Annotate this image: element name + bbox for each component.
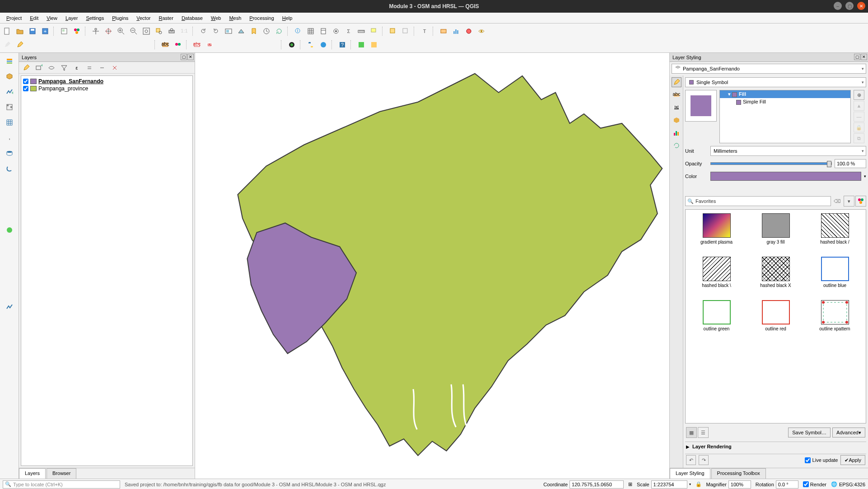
add-wfs-layer-button[interactable] — [3, 270, 16, 282]
style-item-hashed-black-x[interactable]: hashed black X — [748, 257, 803, 294]
tab-browser[interactable]: Browser — [47, 468, 76, 479]
text-annotation-button[interactable]: T — [419, 26, 430, 37]
zoom-out-button[interactable] — [128, 26, 139, 37]
tab-processing-toolbox[interactable]: Processing Toolbox — [711, 468, 766, 479]
zoom-full-button[interactable] — [141, 26, 152, 37]
statistics-button[interactable]: Σ — [343, 26, 354, 37]
temporal-controller-button[interactable] — [261, 26, 272, 37]
zoom-last-button[interactable] — [198, 26, 209, 37]
extents-icon[interactable]: ⊞ — [628, 481, 632, 487]
new-bookmark-button[interactable] — [248, 26, 259, 37]
menu-vector[interactable]: Vector — [133, 14, 154, 22]
layer-row-province[interactable]: Pampanga_province — [23, 85, 191, 92]
labels-tab-button[interactable]: abc — [672, 90, 681, 100]
layers-detach-button[interactable]: ▢ — [181, 54, 187, 60]
open-attr-table-button[interactable] — [305, 26, 316, 37]
add-postgis-button[interactable] — [3, 147, 16, 160]
identify-button[interactable]: i — [293, 26, 303, 37]
add-ams-layer-button[interactable] — [3, 301, 16, 313]
style-favorites-grid[interactable]: gradient plasma gray 3 fill hashed black… — [685, 209, 866, 423]
diagrams-button[interactable] — [451, 26, 462, 37]
copy-features-button[interactable] — [103, 39, 114, 50]
menu-mesh[interactable]: Mesh — [225, 14, 245, 22]
symbology-tab-button[interactable] — [672, 77, 681, 87]
layer-visibility-button[interactable] — [476, 26, 487, 37]
undo-button[interactable] — [128, 39, 139, 50]
map-canvas[interactable] — [195, 53, 669, 479]
layer-name-label[interactable]: Pampanga_SanFernando — [38, 78, 103, 85]
show-hide-labels-button[interactable] — [217, 39, 228, 50]
add-xyz-layer-button[interactable] — [3, 239, 16, 252]
style-item-hashed-black-back[interactable]: hashed black \ — [689, 257, 744, 294]
color-button[interactable] — [710, 172, 861, 181]
save-as-button[interactable]: + — [40, 26, 51, 37]
manage-map-themes-button[interactable] — [46, 62, 57, 73]
open-project-button[interactable] — [14, 26, 25, 37]
magnifier-spinbox[interactable]: 100% — [728, 480, 751, 489]
remove-layer-button[interactable] — [109, 62, 120, 73]
menu-edit[interactable]: Edit — [26, 14, 42, 22]
zoom-native-button[interactable]: 1:1 — [179, 26, 190, 37]
add-oracle-button[interactable] — [3, 193, 16, 206]
pin-labels-button[interactable]: abc — [204, 39, 215, 50]
render-checkbox[interactable] — [803, 481, 809, 487]
style-item-hashed-black-fwd[interactable]: hashed black / — [807, 213, 862, 250]
change-label-button[interactable] — [255, 39, 266, 50]
styling-close-button[interactable]: ✕ — [861, 54, 867, 60]
apply-button[interactable]: ✔ Apply — [840, 455, 865, 465]
3d-view-tab-button[interactable] — [672, 115, 681, 125]
menu-plugins[interactable]: Plugins — [108, 14, 132, 22]
unit-combo[interactable]: Millimeters ▾ — [710, 146, 866, 156]
new-project-button[interactable] — [2, 26, 13, 37]
layer-styling-toggle-button[interactable] — [21, 62, 32, 73]
zoom-in-button[interactable] — [116, 26, 126, 37]
zoom-next-button[interactable] — [210, 26, 221, 37]
menu-project[interactable]: Project — [3, 14, 25, 22]
window-minimize-button[interactable]: – — [834, 2, 842, 10]
advanced-button[interactable]: Advanced ▾ — [832, 428, 865, 437]
rotate-label-button[interactable] — [242, 39, 253, 50]
style-item-gradient-plasma[interactable]: gradient plasma — [689, 213, 744, 250]
add-group-button[interactable]: + — [33, 62, 44, 73]
layers-tree[interactable]: Pampanga_SanFernando Pampanga_province — [21, 75, 193, 466]
cut-features-button[interactable] — [90, 39, 101, 50]
python-console-button[interactable] — [305, 39, 316, 50]
locator-input[interactable]: 🔍 Type to locate (Ctrl+K) — [3, 480, 120, 489]
layer-rendering-section[interactable]: ▶ Layer Rendering — [685, 442, 866, 451]
highlight-labels-button[interactable]: abc — [191, 39, 202, 50]
menu-view[interactable]: View — [43, 14, 61, 22]
menu-raster[interactable]: Raster — [155, 14, 177, 22]
list-view-button[interactable]: ☰ — [698, 427, 709, 438]
coordinate-input[interactable]: 120.7575,15.0650 — [569, 480, 624, 489]
help-button[interactable]: ? — [337, 39, 348, 50]
add-raster-layer-button[interactable] — [3, 101, 16, 113]
new-print-layout-button[interactable] — [59, 26, 70, 37]
save-project-button[interactable] — [27, 26, 38, 37]
styling-detach-button[interactable]: ▢ — [854, 54, 860, 60]
add-virtual-layer-button[interactable] — [3, 208, 16, 221]
history-tab-button[interactable] — [672, 141, 681, 150]
expand-all-button[interactable] — [84, 62, 95, 73]
add-wms-layer-button[interactable] — [3, 224, 16, 236]
diagrams-tab-button[interactable] — [672, 128, 681, 138]
opacity-slider[interactable] — [710, 162, 832, 165]
move-label-button[interactable] — [229, 39, 240, 50]
window-maximize-button[interactable]: ▢ — [845, 2, 854, 10]
duplicate-button[interactable]: ⧉ — [854, 133, 864, 143]
add-feature-button[interactable] — [40, 39, 51, 50]
style-manager-button[interactable] — [855, 196, 866, 207]
rotation-spinbox[interactable]: 0.0 ° — [776, 480, 798, 489]
scale-combo[interactable]: 1:223754 — [651, 480, 687, 489]
layer-visibility-checkbox[interactable] — [23, 86, 28, 91]
quickosm-button[interactable] — [286, 39, 297, 50]
add-afs-layer-button[interactable] — [3, 285, 16, 298]
layers-close-button[interactable]: ✕ — [187, 54, 194, 60]
pan-selection-button[interactable] — [103, 26, 114, 37]
add-wcs-layer-button[interactable] — [3, 254, 16, 267]
add-symbol-layer-button[interactable]: ⊕ — [854, 90, 864, 100]
lock-scale-icon[interactable]: 🔒 — [695, 481, 702, 487]
filter-legend-button[interactable] — [59, 62, 70, 73]
clear-search-icon[interactable]: ⌫ — [832, 198, 843, 204]
menu-settings[interactable]: Settings — [82, 14, 107, 22]
deselect-button[interactable] — [400, 26, 411, 37]
